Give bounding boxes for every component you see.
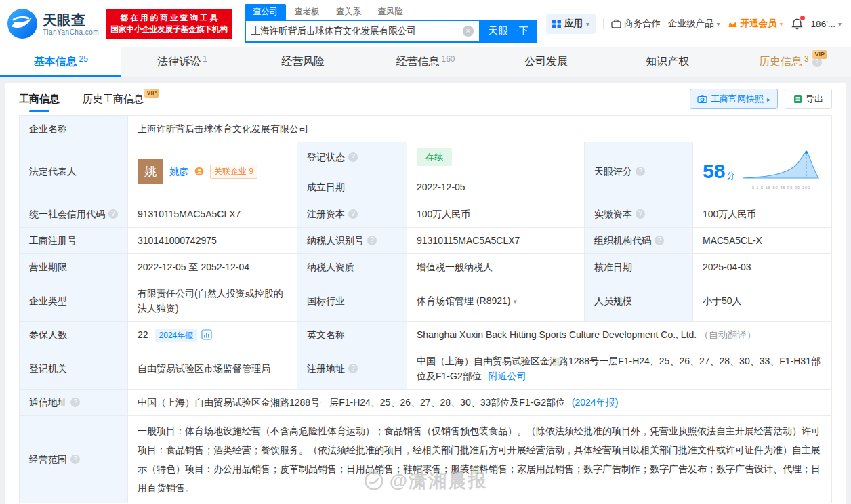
reg-status-label: 登记状态? <box>297 142 407 173</box>
tab-history-info[interactable]: VIP 历史信息 3 ? <box>730 47 851 77</box>
insured-value: 22 <box>138 329 148 340</box>
status-badge: 存续 <box>417 148 452 166</box>
help-icon[interactable]: ? <box>348 152 358 162</box>
search-tab-boss[interactable]: 查老板 <box>286 4 328 20</box>
clear-search-icon[interactable]: × <box>463 26 474 37</box>
trend-chart-icon[interactable] <box>201 329 212 340</box>
help-icon[interactable]: ? <box>108 209 118 219</box>
business-info-card: 工商信息 历史工商信息 VIP 工商官网快照 ▸ <box>5 83 846 504</box>
established-label: 成立日期 <box>297 173 407 201</box>
annual-report-badge[interactable]: 2024年报 <box>155 329 198 342</box>
help-icon[interactable]: ? <box>348 209 358 219</box>
relation-graph-icon[interactable] <box>194 167 204 176</box>
legal-rep-avatar[interactable]: 姚 <box>138 159 163 184</box>
paid-capital-value: 100万人民币 <box>693 201 832 228</box>
reg-number-value: 310141000742975 <box>128 228 297 254</box>
industry-value: 体育场馆管理 (R8921) <box>417 295 510 306</box>
tab-intellectual-property[interactable]: 知识产权 <box>608 47 729 77</box>
field-label: 天眼评分 <box>594 164 632 179</box>
table-row: 经营范围? 一般项目：体育场地设施经营（不含高危险性体育运动）；食品销售（仅销售… <box>20 416 832 503</box>
business-term-value: 2022-12-05 至 2052-12-04 <box>128 254 297 280</box>
search-button[interactable]: 天眼一下 <box>480 20 537 43</box>
tab-label: 历史信息 <box>759 55 802 69</box>
tab-label: 公司发展 <box>524 55 568 69</box>
help-icon[interactable]: ? <box>348 364 358 373</box>
score-label: 天眼评分? <box>585 142 693 201</box>
subtab-history-business-info[interactable]: 历史工商信息 VIP <box>83 83 144 115</box>
open-vip-menu[interactable]: 开通会员 ▾ <box>728 18 783 30</box>
established-value: 2022-12-05 <box>407 173 585 201</box>
score-axis-labels: 0 1 5 15 50 85 95 99 100 <box>752 182 811 194</box>
table-row: 通信地址? 中国（上海）自由贸易试验区金湘路1288号一层F1-H24、25、2… <box>20 390 832 416</box>
tab-basic-info[interactable]: 基本信息 25 <box>0 47 121 77</box>
tianyancha-logo[interactable]: 天眼查 TianYanCha.com <box>7 8 99 39</box>
tab-operation-risk[interactable]: 经营风险 <box>243 47 365 77</box>
search-tab-risk[interactable]: 查风险 <box>369 4 411 20</box>
subtab-business-info[interactable]: 工商信息 <box>19 83 60 115</box>
tab-count: 1 <box>203 54 207 64</box>
tab-label: 经营风险 <box>281 55 325 69</box>
account-phone-menu[interactable]: 186'... ▾ <box>811 19 842 29</box>
business-scope-value: 一般项目：体育场地设施经营（不含高危险性体育运动）；食品销售（仅销售预包装食品）… <box>128 416 832 503</box>
biz-cooperation-link[interactable]: 商务合作 <box>611 18 661 30</box>
paid-capital-label: 实缴资本? <box>585 201 693 228</box>
search-tab-relation[interactable]: 查关系 <box>328 4 370 20</box>
search-input[interactable] <box>251 26 463 37</box>
table-row: 统一社会信用代码? 91310115MAC5A5CLX7 注册资本? 100万人… <box>20 201 832 228</box>
business-info-table: 企业名称 上海许昕背后击球体育文化发展有限公司 法定代表人 姚 姚彦 <box>19 115 832 503</box>
score-cell[interactable]: 58分 0 1 5 15 50 85 95 99 100 <box>693 142 832 201</box>
tab-operation-info[interactable]: 经营信息 160 <box>365 47 486 77</box>
apps-menu[interactable]: 应用 ▾ <box>546 14 596 34</box>
export-label: 导出 <box>806 93 823 105</box>
tab-legal-litigation[interactable]: 法律诉讼 1 <box>121 47 243 77</box>
legal-rep-label: 法定代表人 <box>20 142 128 201</box>
field-label: 纳税人识别号 <box>307 233 364 248</box>
help-icon[interactable]: ? <box>70 398 80 407</box>
company-type-label: 企业类型 <box>20 280 128 322</box>
related-companies-badge[interactable]: 关联企业 9 <box>210 165 257 179</box>
logo-domain: TianYanCha.com <box>43 28 99 36</box>
taxpayer-id-label: 纳税人识别号? <box>297 228 407 254</box>
table-row: 企业名称 上海许昕背后击球体育文化发展有限公司 <box>20 116 832 142</box>
help-icon[interactable]: ? <box>636 167 645 176</box>
search-tab-company[interactable]: 查公司 <box>245 4 287 20</box>
mail-address-report-link[interactable]: (2024年报) <box>572 397 618 408</box>
help-icon[interactable]: ? <box>70 455 80 464</box>
reg-authority-value: 自由贸易试验区市场监督管理局 <box>128 348 297 390</box>
reg-address-label: 注册地址? <box>297 348 407 390</box>
promo-line1: 都 在 用 的 商 业 查 询 工 具 <box>110 12 228 24</box>
table-row: 营业期限 2022-12-05 至 2052-12-04 纳税人资质 增值税一般… <box>20 254 832 280</box>
company-name-value: 上海许昕背后击球体育文化发展有限公司 <box>128 116 832 142</box>
score-value: 58 <box>703 160 725 182</box>
export-button[interactable]: 导出 <box>785 89 832 109</box>
subtab-row: 工商信息 历史工商信息 VIP 工商官网快照 ▸ <box>19 83 832 115</box>
official-snapshot-button[interactable]: 工商官网快照 ▸ <box>690 89 778 109</box>
org-code-label: 组织机构代码? <box>585 228 693 254</box>
chevron-down-icon: ▾ <box>780 20 783 28</box>
business-term-label: 营业期限 <box>20 254 128 280</box>
notification-bell-icon[interactable] <box>791 18 804 30</box>
open-vip-label: 开通会员 <box>741 18 777 30</box>
help-icon[interactable]: ? <box>367 236 377 245</box>
top-header: 天眼查 TianYanCha.com 都 在 用 的 商 业 查 询 工 具 国… <box>0 0 851 47</box>
legal-rep-cell: 姚 姚彦 关联企业 9 <box>128 142 297 201</box>
help-icon[interactable]: ? <box>655 236 664 245</box>
chevron-down-icon: ▾ <box>586 20 589 28</box>
field-label: 组织机构代码 <box>594 233 651 248</box>
tab-count: 25 <box>79 54 88 64</box>
nearby-companies-link[interactable]: 附近公司 <box>489 371 526 381</box>
enterprise-products-menu[interactable]: 企业级产品 ▾ <box>668 18 720 30</box>
tab-count: 160 <box>441 54 455 64</box>
field-label: 注册资本 <box>307 207 345 222</box>
promo-line2: 国家中小企业发展子基金旗下机构 <box>110 24 228 35</box>
taxpayer-quality-label: 纳税人资质 <box>297 254 407 280</box>
table-row: 法定代表人 姚 姚彦 关联企业 9 <box>20 142 832 173</box>
english-name-cell: Shanghai Xuxin Back Hitting Sports Cultu… <box>407 322 832 348</box>
legal-rep-link[interactable]: 姚彦 <box>169 164 188 179</box>
chevron-down-icon[interactable]: ▾ <box>513 297 517 306</box>
tab-company-development[interactable]: 公司发展 <box>486 47 608 77</box>
credit-code-value: 91310115MAC5A5CLX7 <box>128 201 297 228</box>
mail-address-cell: 中国（上海）自由贸易试验区金湘路1288号一层F1-H24、25、26、27、2… <box>128 390 832 416</box>
tab-label: 法律诉讼 <box>157 55 201 69</box>
help-icon[interactable]: ? <box>636 209 645 219</box>
